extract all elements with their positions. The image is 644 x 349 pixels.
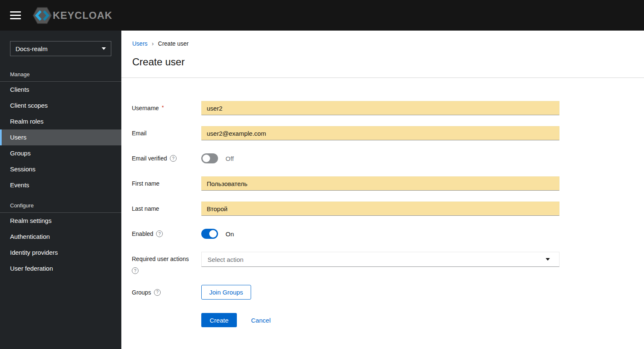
required-user-actions-select[interactable]: Select action	[201, 252, 559, 267]
email-verified-toggle[interactable]	[201, 153, 218, 163]
help-icon[interactable]	[156, 230, 163, 237]
form-row-last-name: Last name	[132, 202, 644, 216]
form-row-required-user-actions: Required user actions Select action	[132, 252, 644, 274]
required-indicator: *	[162, 104, 164, 111]
page-header: Users › Create user Create user	[121, 31, 644, 78]
form-row-email: Email	[132, 126, 644, 140]
join-groups-button[interactable]: Join Groups	[201, 285, 251, 300]
first-name-label: First name	[132, 180, 201, 187]
nav-section-title-configure: Configure	[0, 202, 121, 212]
username-label: Username *	[132, 105, 201, 111]
sidebar-item-sessions[interactable]: Sessions	[0, 161, 121, 177]
breadcrumb-separator-icon: ›	[152, 40, 154, 47]
breadcrumb-current: Create user	[158, 40, 189, 47]
help-icon[interactable]	[170, 155, 177, 162]
form-row-enabled: Enabled On	[132, 227, 644, 241]
enabled-toggle-wrap: On	[201, 229, 559, 239]
nav-section-title-manage: Manage	[0, 71, 121, 81]
sidebar-nav: Docs-realm Manage Clients Client scopes …	[0, 31, 121, 349]
form-row-username: Username *	[132, 101, 644, 115]
help-icon[interactable]	[154, 289, 161, 296]
top-bar: KEYCLOAK	[0, 0, 644, 31]
groups-label: Groups	[132, 289, 201, 296]
main-content: Users › Create user Create user Username…	[121, 31, 644, 349]
keycloak-logo: KEYCLOAK	[33, 7, 113, 24]
email-verified-label: Email verified	[132, 155, 201, 162]
help-icon[interactable]	[132, 267, 139, 274]
form-row-email-verified: Email verified Off	[132, 151, 644, 165]
sidebar-item-identity-providers[interactable]: Identity providers	[0, 245, 121, 261]
sidebar-item-client-scopes[interactable]: Client scopes	[0, 98, 121, 114]
form-row-first-name: First name	[132, 176, 644, 191]
last-name-label: Last name	[132, 205, 201, 212]
sidebar-item-users[interactable]: Users	[0, 129, 121, 145]
chevron-down-icon	[102, 47, 106, 50]
select-placeholder: Select action	[208, 256, 244, 263]
enabled-state: On	[226, 230, 234, 238]
nav-section-manage: Manage Clients Client scopes Realm roles…	[0, 71, 121, 193]
chevron-down-icon	[546, 258, 550, 261]
first-name-field[interactable]	[201, 176, 559, 191]
sidebar-item-authentication[interactable]: Authentication	[0, 229, 121, 245]
keycloak-hexagon-icon	[33, 7, 52, 24]
required-user-actions-label: Required user actions	[132, 252, 201, 274]
nav-section-configure: Configure Realm settings Authentication …	[0, 202, 121, 277]
create-button[interactable]: Create	[201, 313, 237, 327]
breadcrumb: Users › Create user	[132, 40, 644, 47]
enabled-label: Enabled	[132, 230, 201, 237]
sidebar-item-groups[interactable]: Groups	[0, 145, 121, 161]
sidebar-item-user-federation[interactable]: User federation	[0, 261, 121, 277]
sidebar-item-realm-settings[interactable]: Realm settings	[0, 213, 121, 229]
enabled-toggle[interactable]	[201, 229, 218, 239]
sidebar-item-clients[interactable]: Clients	[0, 82, 121, 98]
form-row-groups: Groups Join Groups	[132, 285, 644, 300]
cancel-link[interactable]: Cancel	[251, 317, 271, 324]
form-actions: Create Cancel	[132, 313, 644, 327]
brand-text: KEYCLOAK	[53, 10, 113, 21]
email-verified-toggle-wrap: Off	[201, 153, 559, 163]
sidebar-item-realm-roles[interactable]: Realm roles	[0, 114, 121, 129]
sidebar-item-events[interactable]: Events	[0, 177, 121, 193]
page-title: Create user	[132, 56, 644, 68]
breadcrumb-link-users[interactable]: Users	[132, 40, 148, 47]
hamburger-menu-icon[interactable]	[10, 11, 21, 19]
last-name-field[interactable]	[201, 202, 559, 216]
email-label: Email	[132, 130, 201, 137]
realm-selector[interactable]: Docs-realm	[10, 41, 111, 56]
realm-selector-value: Docs-realm	[15, 45, 48, 52]
email-verified-state: Off	[226, 155, 234, 162]
create-user-form: Username * Email Email verified Off	[121, 78, 644, 327]
username-field[interactable]	[201, 101, 559, 115]
email-field[interactable]	[201, 126, 559, 140]
